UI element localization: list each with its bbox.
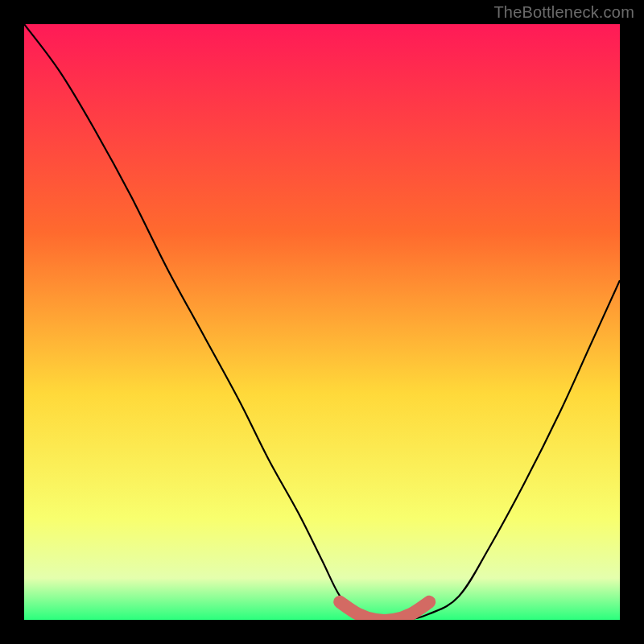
gradient-background: [24, 24, 620, 620]
chart-svg: [24, 24, 620, 620]
chart-plot-area: [24, 24, 620, 620]
outer-frame: TheBottleneck.com: [0, 0, 644, 644]
watermark-text: TheBottleneck.com: [493, 3, 634, 22]
